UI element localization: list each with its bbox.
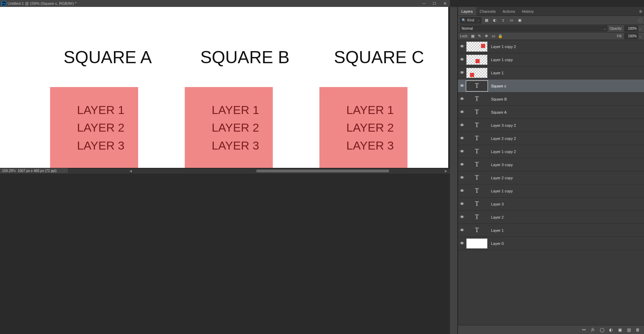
layer-name[interactable]: Layer 1 copy [491,58,513,62]
delete-layer-icon[interactable]: 🗑 [635,327,641,333]
layer-thumbnail[interactable]: T [466,120,488,131]
lock-artboard-icon[interactable]: ▭ [491,34,496,39]
opacity-value[interactable]: 100% [624,26,638,31]
filter-shape-icon[interactable]: ▭ [508,17,515,23]
layer-thumbnail[interactable]: T [466,173,488,183]
chevron-down-icon[interactable]: ⌄ [638,35,642,38]
layer-name[interactable]: Square A [491,110,507,114]
layer-row[interactable]: 👁TLayer 1 copy [458,184,644,198]
visibility-icon[interactable]: 👁 [458,123,466,128]
visibility-icon[interactable]: 👁 [458,109,466,115]
visibility-icon[interactable]: 👁 [458,83,466,88]
layer-thumbnail[interactable]: T [466,212,488,222]
layer-row[interactable]: 👁Layer 0 [458,237,644,250]
lock-transparency-icon[interactable]: ▦ [470,34,475,39]
layer-thumbnail[interactable] [466,41,488,52]
layer-name[interactable]: Layer 2 [491,215,504,219]
layer-thumbnail[interactable]: T [466,199,488,209]
fill-value[interactable]: 100% [624,33,638,39]
layer-thumbnail[interactable]: T [466,94,488,104]
canvas-viewport[interactable]: SQUARE A SQUARE B SQUARE C LAYER 1 LAYER… [0,7,450,168]
layer-name[interactable]: Layer 0 [491,241,504,246]
panel-menu-icon[interactable]: ≡ [637,7,644,16]
layer-name[interactable]: Layer 1 copy 2 [491,150,516,154]
chevron-down-icon[interactable]: ⌄ [638,27,642,30]
minimize-button[interactable]: ─ [419,0,429,7]
visibility-icon[interactable]: 👁 [458,228,466,233]
visibility-icon[interactable]: 👁 [458,44,466,49]
layer-thumbnail[interactable]: T [466,81,488,91]
filter-smartobject-icon[interactable]: ▣ [517,17,523,23]
layer-row[interactable]: 👁TLayer 2 copy [458,171,644,184]
layer-row[interactable]: 👁TLayer 3 [458,198,644,211]
layer-row[interactable]: 👁Layer 1 copy [458,53,644,66]
filter-toggle[interactable] [638,19,642,22]
link-layers-icon[interactable]: ⚯ [581,327,587,333]
layer-row[interactable]: 👁TSquare c [458,79,644,93]
layer-name[interactable]: Square B [491,97,507,101]
layer-row[interactable]: 👁TLayer 3 copy [458,158,644,171]
close-button[interactable]: ✕ [440,0,450,7]
fx-icon[interactable]: fx [590,327,596,333]
layers-list[interactable]: 👁Layer 1 copy 2👁Layer 1 copy👁Layer 1👁TSq… [458,40,644,325]
visibility-icon[interactable]: 👁 [458,241,466,246]
layer-name[interactable]: Layer 1 [491,228,504,232]
group-icon[interactable]: ▣ [617,327,623,333]
visibility-icon[interactable]: 👁 [458,57,466,62]
zoom-value[interactable]: 159.29% [0,169,14,173]
layer-row[interactable]: 👁TLayer 1 copy 2 [458,145,644,158]
maximize-button[interactable]: ☐ [429,0,440,7]
lock-pixels-icon[interactable]: ✎ [477,34,482,39]
layer-thumbnail[interactable] [466,238,488,249]
scroll-thumb[interactable] [256,170,389,172]
layer-thumbnail[interactable]: T [466,186,488,196]
layer-row[interactable]: 👁TLayer 1 [458,224,644,237]
adjustment-layer-icon[interactable]: ◐ [608,327,614,333]
layer-name[interactable]: Layer 1 copy 2 [491,45,516,49]
layer-row[interactable]: 👁TLayer 2 [458,211,644,224]
layer-name[interactable]: Layer 3 copy [491,163,513,167]
layer-thumbnail[interactable] [466,68,488,78]
visibility-icon[interactable]: 👁 [458,201,466,207]
visibility-icon[interactable]: 👁 [458,175,466,180]
layer-row[interactable]: 👁Layer 1 [458,66,644,79]
lock-position-icon[interactable]: ✥ [484,34,489,39]
filter-pixel-icon[interactable]: ▦ [483,17,490,23]
layer-name[interactable]: Layer 2 copy [491,176,513,180]
canvas[interactable]: SQUARE A SQUARE B SQUARE C LAYER 1 LAYER… [0,7,448,168]
layer-row[interactable]: 👁TLayer 2 copy 2 [458,132,644,145]
lock-all-icon[interactable]: 🔒 [498,34,503,39]
visibility-icon[interactable]: 👁 [458,214,466,220]
horizontal-scrollbar[interactable]: ◀ ▶ [68,168,450,173]
mask-icon[interactable]: ◯ [599,327,605,333]
blend-mode-dropdown[interactable]: Normal ⌄ [460,26,607,31]
tab-layers[interactable]: Layers [458,7,476,16]
layer-name[interactable]: Square c [491,84,506,88]
layer-name[interactable]: Layer 1 copy [491,189,513,193]
layer-name[interactable]: Layer 3 [491,202,504,206]
layer-thumbnail[interactable]: T [466,146,488,157]
tab-history[interactable]: History [519,7,537,16]
layer-thumbnail[interactable]: T [466,225,488,236]
layer-name[interactable]: Layer 2 copy 2 [491,136,516,141]
filter-text-icon[interactable]: T [500,17,506,23]
layer-name[interactable]: Layer 1 [491,71,504,75]
tab-actions[interactable]: Actions [499,7,519,16]
chevron-right-icon[interactable]: 〉 [60,169,67,173]
layer-thumbnail[interactable] [466,55,488,65]
layer-row[interactable]: 👁TSquare A [458,106,644,119]
layer-row[interactable]: 👁Layer 1 copy 2 [458,40,644,53]
layer-name[interactable]: Layer 3 copy 2 [491,123,516,127]
visibility-icon[interactable]: 👁 [458,162,466,167]
layer-thumbnail[interactable]: T [466,133,488,144]
layer-row[interactable]: 👁TSquare B [458,93,644,106]
filter-adjustment-icon[interactable]: ◐ [492,17,498,23]
layer-thumbnail[interactable]: T [466,160,488,170]
visibility-icon[interactable]: 👁 [458,149,466,154]
scroll-right-icon[interactable]: ▶ [443,169,448,173]
layer-thumbnail[interactable]: T [466,107,488,117]
visibility-icon[interactable]: 👁 [458,70,466,75]
filter-kind-dropdown[interactable]: 🔍 Kind ⌄ [460,17,481,23]
tab-channels[interactable]: Channels [476,7,499,16]
visibility-icon[interactable]: 👁 [458,96,466,102]
